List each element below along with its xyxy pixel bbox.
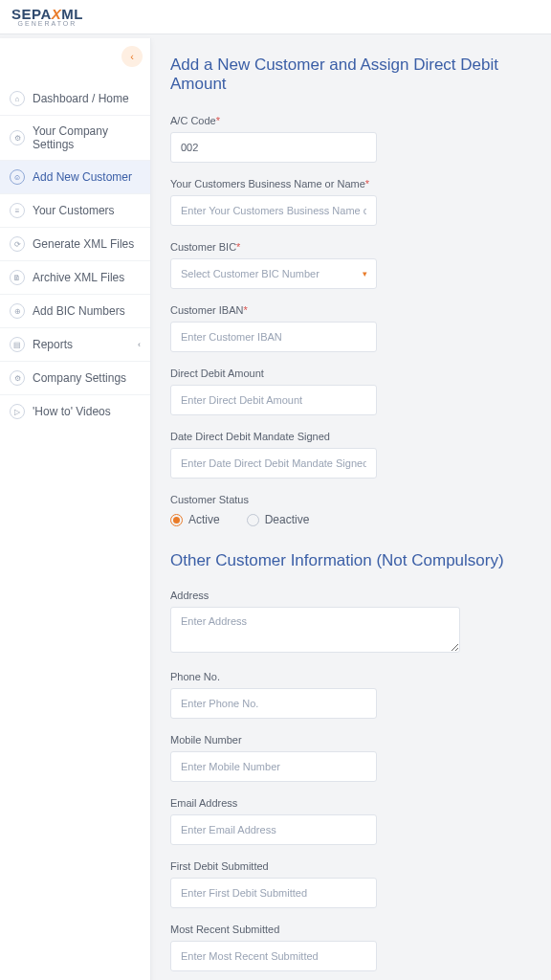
radio-dot-off-icon xyxy=(247,514,259,526)
address-input[interactable] xyxy=(170,607,460,653)
bic-label: Customer BIC* xyxy=(170,241,543,253)
phone-input[interactable] xyxy=(170,688,377,719)
sidebar-item-icon: ▷ xyxy=(10,404,25,419)
logo[interactable]: SEPAXML GENERATOR xyxy=(11,6,83,27)
sidebar-item-icon: ⌂ xyxy=(10,91,25,106)
mandate-date-input[interactable] xyxy=(170,448,377,479)
recent-submitted-input[interactable] xyxy=(170,941,377,971)
topbar: SEPAXML GENERATOR xyxy=(0,0,551,34)
business-name-label: Your Customers Business Name or Name* xyxy=(170,178,543,189)
mandate-date-label: Date Direct Debit Mandate Signed xyxy=(170,431,543,442)
main-content: Add a New Customer and Assign Direct Deb… xyxy=(151,34,551,980)
sidebar-item[interactable]: ▷'How to' Videos xyxy=(0,395,150,428)
sidebar-item-icon: ⚙ xyxy=(10,130,25,145)
sidebar: ‹ ⌂Dashboard / Home⚙Your Company Setting… xyxy=(0,38,151,980)
other-info-heading: Other Customer Information (Not Compulso… xyxy=(170,551,543,570)
status-active-radio[interactable]: Active xyxy=(170,513,220,526)
address-label: Address xyxy=(170,590,543,601)
mobile-label: Mobile Number xyxy=(170,734,543,746)
phone-label: Phone No. xyxy=(170,671,543,682)
chevron-left-icon: ‹ xyxy=(138,340,141,349)
radio-dot-on-icon xyxy=(170,514,183,526)
sidebar-item-label: Archive XML Files xyxy=(33,271,124,284)
sidebar-collapse-button[interactable]: ‹ xyxy=(121,46,143,67)
sidebar-item-icon: 🗎 xyxy=(10,270,25,285)
sidebar-item-label: Your Company Settings xyxy=(33,124,141,151)
sidebar-item-icon: ≡ xyxy=(10,203,25,218)
sidebar-item[interactable]: ⊕Add BIC Numbers xyxy=(0,295,150,328)
ac-code-label: A/C Code* xyxy=(170,115,543,126)
sidebar-item-icon: ☺ xyxy=(10,169,25,185)
sidebar-item-label: Your Customers xyxy=(33,204,115,217)
debit-amount-label: Direct Debit Amount xyxy=(170,368,543,379)
logo-sub: GENERATOR xyxy=(11,20,83,27)
recent-submitted-label: Most Recent Submitted xyxy=(170,924,543,935)
status-label: Customer Status xyxy=(170,494,543,505)
sidebar-item-label: Add New Customer xyxy=(33,170,132,184)
chevron-left-icon: ‹ xyxy=(130,51,134,62)
email-label: Email Address xyxy=(170,797,543,809)
mobile-input[interactable] xyxy=(170,751,377,782)
debit-amount-input[interactable] xyxy=(170,385,377,415)
first-debit-input[interactable] xyxy=(170,878,377,908)
sidebar-item[interactable]: ⚙Your Company Settings xyxy=(0,116,150,161)
sidebar-item[interactable]: ☺Add New Customer xyxy=(0,161,150,194)
sidebar-item[interactable]: ⌂Dashboard / Home xyxy=(0,82,150,116)
sidebar-item[interactable]: ⚙Company Settings xyxy=(0,362,150,395)
bic-select[interactable]: Select Customer BIC Number xyxy=(170,258,377,289)
sidebar-item-label: Company Settings xyxy=(33,371,126,385)
sidebar-item[interactable]: ⟳Generate XML Files xyxy=(0,228,150,261)
sidebar-item-icon: ▤ xyxy=(10,337,25,352)
ac-code-input[interactable] xyxy=(170,132,377,163)
iban-input[interactable] xyxy=(170,322,377,352)
sidebar-item-label: Dashboard / Home xyxy=(33,92,129,105)
iban-label: Customer IBAN* xyxy=(170,304,543,316)
sidebar-item-label: Add BIC Numbers xyxy=(33,304,125,318)
first-debit-label: First Debit Submitted xyxy=(170,860,543,872)
business-name-input[interactable] xyxy=(170,195,377,226)
sidebar-item-label: 'How to' Videos xyxy=(33,405,111,418)
email-input[interactable] xyxy=(170,814,377,845)
sidebar-item[interactable]: ▤Reports‹ xyxy=(0,328,150,362)
page-title: Add a New Customer and Assign Direct Deb… xyxy=(170,56,543,94)
sidebar-item-icon: ⊕ xyxy=(10,303,25,319)
sidebar-item-label: Generate XML Files xyxy=(33,237,134,251)
sidebar-item-icon: ⟳ xyxy=(10,236,25,252)
sidebar-item-icon: ⚙ xyxy=(10,370,25,386)
sidebar-item-label: Reports xyxy=(33,338,73,351)
sidebar-list: ⌂Dashboard / Home⚙Your Company Settings☺… xyxy=(0,82,150,428)
sidebar-item[interactable]: 🗎Archive XML Files xyxy=(0,261,150,295)
sidebar-item[interactable]: ≡Your Customers xyxy=(0,194,150,228)
status-deactive-radio[interactable]: Deactive xyxy=(247,513,310,526)
